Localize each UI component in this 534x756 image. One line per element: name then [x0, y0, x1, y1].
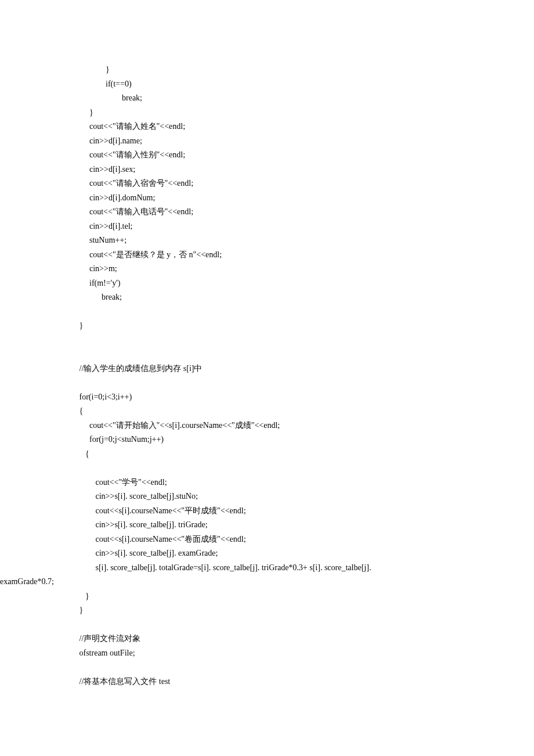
code-line: cin>>s[i]. score_talbe[j]. examGrade; [65, 546, 469, 561]
code-line: } [65, 589, 469, 604]
code-line: cout<<"请输入性别"<<endl; [65, 148, 469, 163]
code-line [65, 618, 469, 632]
code-line: ofstream outFile; [65, 646, 469, 661]
code-line: cin>>m; [65, 262, 469, 276]
code-line: if(m!='y') [65, 276, 469, 291]
code-line: cout<<s[i].courseName<<"卷面成绩"<<endl; [65, 532, 469, 547]
document-page: } if(t==0) break; } cout<<"请输入姓名"<<endl;… [0, 0, 534, 756]
code-line: cin>>d[i].domNum; [65, 191, 469, 206]
code-line: //将基本信息写入文件 test [65, 675, 469, 689]
code-listing: } if(t==0) break; } cout<<"请输入姓名"<<endl;… [65, 63, 469, 689]
code-line: cin>>d[i].sex; [65, 163, 469, 177]
code-line: break; [65, 290, 469, 305]
code-line: for(j=0;j<stuNum;j++) [65, 433, 469, 447]
code-line: cout<<"请输入宿舍号"<<endl; [65, 177, 469, 191]
code-line: cin>>d[i].tel; [65, 219, 469, 234]
code-line [65, 660, 469, 675]
code-line: //声明文件流对象 [65, 632, 469, 646]
code-line: break; [65, 91, 469, 106]
code-line: if(t==0) [65, 77, 469, 92]
code-line: } [65, 63, 469, 77]
code-line: { [65, 404, 469, 419]
code-line: cout<<"请输入姓名"<<endl; [65, 120, 469, 134]
code-line: //输入学生的成绩信息到内存 s[i]中 [65, 362, 469, 376]
code-line: examGrade*0.7; [0, 575, 469, 589]
code-line: cout<<s[i].courseName<<"平时成绩"<<endl; [65, 504, 469, 519]
code-line: for(i=0;i<3;i++) [65, 390, 469, 405]
code-line: cout<<"学号"<<endl; [65, 476, 469, 490]
code-line: cin>>s[i]. score_talbe[j].stuNo; [65, 489, 469, 504]
code-line: cout<<"请输入电话号"<<endl; [65, 205, 469, 219]
code-line [65, 376, 469, 390]
code-line: stuNum++; [65, 233, 469, 248]
code-line: } [65, 106, 469, 120]
code-line: cin>>s[i]. score_talbe[j]. triGrade; [65, 518, 469, 532]
code-line: cin>>d[i].name; [65, 134, 469, 149]
code-line: { [65, 447, 469, 462]
code-line: cout<<"请开始输入"<<s[i].courseName<<"成绩"<<en… [65, 419, 469, 433]
code-line: } [65, 319, 469, 333]
code-line [65, 333, 469, 348]
code-line: cout<<"是否继续？是 y，否 n"<<endl; [65, 248, 469, 262]
code-line: } [65, 603, 469, 618]
code-line: s[i]. score_talbe[j]. totalGrade=s[i]. s… [65, 561, 469, 575]
code-line [65, 461, 469, 476]
code-line [65, 305, 469, 319]
code-line [65, 347, 469, 362]
